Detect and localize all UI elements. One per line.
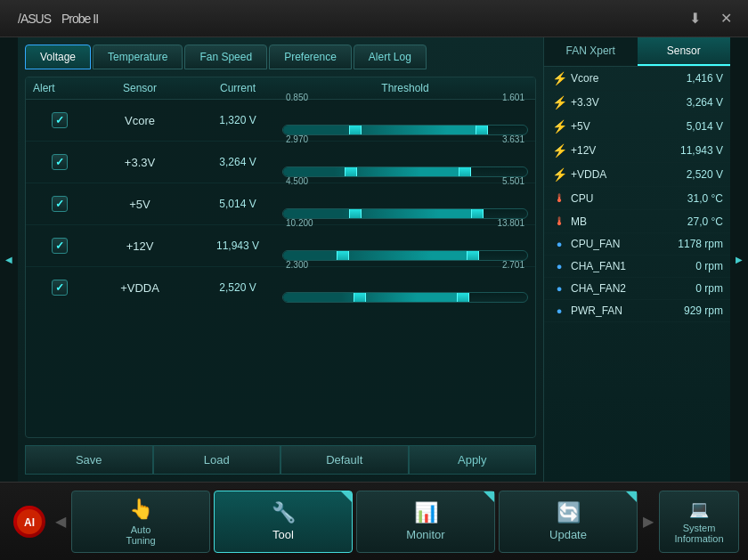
bottom-nav-right-arrow[interactable]: ▶ (639, 513, 657, 530)
volt-icon: ⚡ (551, 95, 567, 110)
sensor-item-value: 1178 rpm (678, 238, 723, 250)
checkbox-12v[interactable] (33, 238, 86, 254)
system-info-icon: 💻 (689, 499, 709, 519)
fan-icon: ● (551, 305, 567, 316)
threshold-5v: 4.500 5.501 (282, 189, 528, 219)
threshold-labels-3v3: 2.970 3.631 (286, 134, 524, 144)
auto-tuning-label: Auto Tuning (126, 524, 155, 546)
left-collapse-arrow[interactable]: ◀ (0, 37, 18, 482)
sensor-item-value: 929 rpm (684, 304, 723, 317)
sensor-name-vcore: Vcore (86, 114, 193, 127)
sidebar-tab-sensor[interactable]: Sensor (638, 37, 731, 66)
load-button[interactable]: Load (153, 445, 281, 475)
low-label-3v3: 2.970 (286, 134, 308, 144)
asus-logo-icon: AI (13, 506, 45, 538)
monitor-icon: 📊 (414, 501, 438, 524)
header-current: Current (193, 82, 282, 94)
checkbox[interactable] (52, 154, 68, 170)
nav-btn-tool[interactable]: 🔧 Tool (214, 491, 353, 553)
checkbox-3v3[interactable] (33, 154, 86, 170)
threshold-labels-12v: 10.200 13.801 (286, 218, 524, 228)
checkbox-vcore[interactable] (33, 112, 86, 128)
current-vcore: 1,320 V (193, 114, 282, 126)
corner-tag-update (626, 491, 637, 502)
checkbox-5v[interactable] (33, 196, 86, 212)
sensor-item-name: +12V (571, 144, 677, 157)
sensor-item-value: 3,264 V (687, 96, 723, 109)
current-3v3: 3,264 V (193, 156, 282, 168)
bottom-nav: AI ◀ 👆 Auto Tuning 🔧 Tool 📊 Monitor 🔄 Up… (0, 482, 748, 560)
nav-btn-monitor[interactable]: 📊 Monitor (356, 491, 495, 553)
high-label-12v: 13.801 (497, 218, 524, 228)
low-label-5v: 4.500 (286, 176, 308, 186)
right-sidebar: FAN Xpert Sensor ⚡ Vcore 1,416 V ⚡ +3.3V… (543, 37, 730, 482)
nav-btn-update[interactable]: 🔄 Update (499, 491, 638, 553)
current-vdda: 2,520 V (193, 281, 282, 294)
sensor-list: ⚡ Vcore 1,416 V ⚡ +3.3V 3,264 V ⚡ +5V 5,… (544, 67, 730, 482)
table-row: +VDDA 2,520 V 2.300 2.701 (26, 267, 535, 308)
checkbox[interactable] (52, 238, 68, 254)
save-button[interactable]: Save (25, 445, 153, 475)
sensor-item-5v: ⚡ +5V 5,014 V (544, 115, 730, 139)
high-label-5v: 5.501 (502, 176, 524, 186)
sensor-item-name: +5V (571, 120, 683, 133)
sensor-item-name: +3.3V (571, 96, 683, 109)
header-sensor: Sensor (86, 82, 193, 94)
low-label-vcore: 0.850 (286, 93, 308, 102)
slider-vdda[interactable] (282, 292, 528, 303)
svg-text:AI: AI (24, 516, 35, 529)
threshold-labels-vdda: 2.300 2.701 (286, 260, 524, 270)
sidebar-tabs: FAN Xpert Sensor (544, 37, 730, 67)
low-label-vdda: 2.300 (286, 260, 308, 270)
tab-voltage[interactable]: Voltage (25, 45, 91, 69)
volt-icon: ⚡ (551, 143, 567, 158)
update-label: Update (549, 528, 587, 541)
volt-icon: ⚡ (551, 167, 567, 182)
fan-icon: ● (551, 239, 567, 249)
sensor-name-12v: +12V (86, 239, 193, 253)
tab-fan-speed[interactable]: Fan Speed (184, 45, 267, 69)
volt-icon: ⚡ (551, 119, 567, 134)
checkbox[interactable] (52, 280, 68, 296)
high-label-vdda: 2.701 (502, 260, 524, 270)
sensor-item-value: 0 rpm (695, 260, 723, 272)
sensor-item-name: CPU_FAN (571, 238, 674, 250)
checkbox[interactable] (52, 196, 68, 212)
main-tabs: Voltage Temperature Fan Speed Preference… (25, 45, 536, 69)
sensor-item-vcore: ⚡ Vcore 1,416 V (544, 67, 730, 91)
update-icon: 🔄 (557, 501, 581, 524)
fan-icon: ● (551, 261, 567, 272)
monitor-label: Monitor (406, 528, 444, 541)
threshold-12v: 10.200 13.801 (282, 231, 528, 261)
apply-button[interactable]: Apply (409, 445, 537, 475)
sensor-item-name: CHA_FAN2 (571, 282, 692, 295)
nav-btn-auto-tuning[interactable]: 👆 Auto Tuning (71, 491, 210, 553)
sensor-item-12v: ⚡ +12V 11,943 V (544, 139, 730, 163)
sensor-item-value: 31,0 °C (687, 192, 723, 205)
tab-preference[interactable]: Preference (269, 45, 352, 69)
sensor-item-value: 0 rpm (695, 282, 723, 295)
close-button[interactable]: ✕ (715, 8, 737, 28)
content-area: Voltage Temperature Fan Speed Preference… (18, 37, 543, 482)
sensor-item-vdda: ⚡ +VDDA 2,520 V (544, 163, 730, 187)
bottom-nav-left-arrow[interactable]: ◀ (52, 513, 69, 530)
checkbox-vdda[interactable] (33, 280, 86, 296)
app-logo: /ASUS Probe II (11, 9, 98, 28)
temp-icon: 🌡 (551, 191, 567, 205)
voltage-table: Alert Sensor Current Threshold Vcore 1,3… (25, 77, 536, 438)
sensor-item-mb-temp: 🌡 MB 27,0 °C (544, 210, 730, 233)
tab-alert-log[interactable]: Alert Log (354, 45, 427, 69)
default-button[interactable]: Default (280, 445, 409, 475)
tab-temperature[interactable]: Temperature (93, 45, 183, 69)
sidebar-tab-fan-xpert[interactable]: FAN Xpert (544, 37, 638, 66)
right-collapse-arrow[interactable]: ▶ (730, 37, 748, 482)
sensor-item-3v3: ⚡ +3.3V 3,264 V (544, 91, 730, 115)
main-container: ◀ Voltage Temperature Fan Speed Preferen… (0, 37, 748, 482)
current-12v: 11,943 V (193, 239, 282, 252)
download-button[interactable]: ⬇ (684, 8, 706, 28)
system-info-button[interactable]: 💻 System Information (659, 491, 739, 553)
sensor-item-value: 27,0 °C (687, 215, 723, 228)
checkbox[interactable] (52, 112, 68, 128)
bottom-logo: AI (7, 506, 52, 538)
app-title: Probe II (61, 12, 98, 26)
